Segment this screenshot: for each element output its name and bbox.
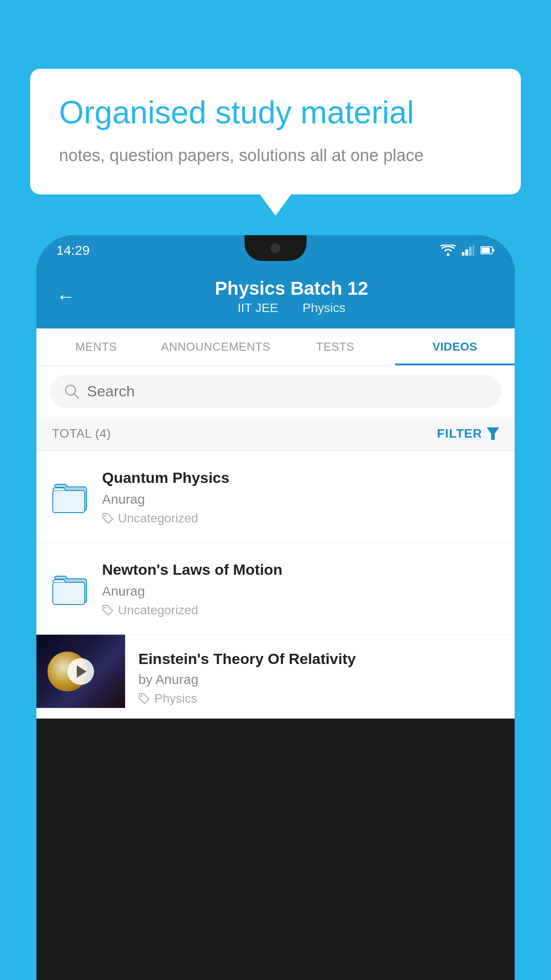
search-input-wrapper xyxy=(50,375,501,408)
video-list: Quantum Physics Anurag Uncategorized xyxy=(36,451,515,719)
header-title: Physics Batch 12 xyxy=(88,278,495,299)
header-title-group: Physics Batch 12 IIT JEE Physics xyxy=(88,278,495,315)
svg-rect-3 xyxy=(469,247,472,256)
video-info: Einstein's Theory Of Relativity by Anura… xyxy=(125,635,515,718)
status-bar: 14:29 xyxy=(36,235,515,265)
speech-bubble-subtitle: notes, question papers, solutions all at… xyxy=(59,144,492,167)
video-thumbnail xyxy=(36,635,125,708)
svg-rect-12 xyxy=(53,490,85,513)
tab-videos[interactable]: VIDEOS xyxy=(395,328,515,365)
video-tag: Uncategorized xyxy=(102,511,499,526)
tab-tests[interactable]: TESTS xyxy=(276,328,395,365)
back-button[interactable]: ← xyxy=(56,287,75,306)
tag-icon xyxy=(138,693,150,704)
phone-frame: 14:29 ← Physics Batch xyxy=(36,235,515,980)
svg-rect-6 xyxy=(481,248,490,253)
tab-announcements[interactable]: ANNOUNCEMENTS xyxy=(156,328,276,365)
list-item[interactable]: Quantum Physics Anurag Uncategorized xyxy=(36,451,515,543)
video-author: Anurag xyxy=(102,492,499,507)
svg-point-0 xyxy=(447,253,449,256)
search-container xyxy=(36,366,515,417)
svg-rect-7 xyxy=(493,249,494,252)
search-input[interactable] xyxy=(87,383,487,400)
speech-bubble-wrapper: Organised study material notes, question… xyxy=(30,69,521,194)
svg-marker-10 xyxy=(487,427,499,440)
tag-label: Uncategorized xyxy=(118,511,198,526)
search-icon xyxy=(64,383,80,399)
app-header: ← Physics Batch 12 IIT JEE Physics xyxy=(36,265,515,328)
camera-dot xyxy=(271,243,280,253)
filter-label: FILTER xyxy=(437,427,482,441)
tag-icon xyxy=(102,513,114,524)
svg-line-9 xyxy=(74,394,79,398)
svg-rect-15 xyxy=(53,582,85,605)
video-author: Anurag xyxy=(102,584,499,599)
folder-icon xyxy=(52,479,90,514)
video-title: Quantum Physics xyxy=(102,468,499,487)
filter-icon xyxy=(487,427,499,440)
header-subtitle-2: Physics xyxy=(303,301,345,315)
signal-icon xyxy=(462,245,474,256)
tag-icon xyxy=(102,605,114,616)
svg-point-16 xyxy=(104,607,106,609)
speech-bubble-title: Organised study material xyxy=(59,93,492,131)
svg-rect-2 xyxy=(465,249,468,256)
header-subtitle: IIT JEE Physics xyxy=(88,301,495,315)
video-tag: Uncategorized xyxy=(102,603,499,617)
svg-point-13 xyxy=(104,515,106,517)
filter-button[interactable]: FILTER xyxy=(437,427,499,441)
tab-ments[interactable]: MENTS xyxy=(36,328,156,365)
video-title: Einstein's Theory Of Relativity xyxy=(138,650,501,668)
video-info: Newton's Laws of Motion Anurag Uncategor… xyxy=(102,560,499,617)
svg-rect-4 xyxy=(472,245,474,256)
video-info: Quantum Physics Anurag Uncategorized xyxy=(102,468,499,526)
tag-label: Physics xyxy=(154,692,197,706)
battery-icon xyxy=(480,246,495,255)
tag-label: Uncategorized xyxy=(118,603,198,617)
svg-point-17 xyxy=(141,695,142,697)
video-author: by Anurag xyxy=(138,672,501,687)
video-title: Newton's Laws of Motion xyxy=(102,560,499,579)
play-button[interactable] xyxy=(67,658,94,685)
play-button-overlay xyxy=(36,635,125,708)
video-tag: Physics xyxy=(138,692,501,706)
header-subtitle-1: IIT JEE xyxy=(238,301,278,315)
svg-rect-1 xyxy=(462,252,464,256)
total-label: TOTAL (4) xyxy=(52,427,111,441)
tabs-bar: MENTS ANNOUNCEMENTS TESTS VIDEOS xyxy=(36,328,515,366)
list-item[interactable]: Newton's Laws of Motion Anurag Uncategor… xyxy=(36,543,515,635)
filter-row: TOTAL (4) FILTER xyxy=(36,417,515,451)
speech-bubble: Organised study material notes, question… xyxy=(30,69,521,194)
status-time: 14:29 xyxy=(56,243,90,258)
folder-icon xyxy=(52,571,90,606)
status-icons xyxy=(441,245,495,256)
notch xyxy=(244,235,307,261)
wifi-icon xyxy=(441,245,456,256)
list-item[interactable]: Einstein's Theory Of Relativity by Anura… xyxy=(36,635,515,719)
